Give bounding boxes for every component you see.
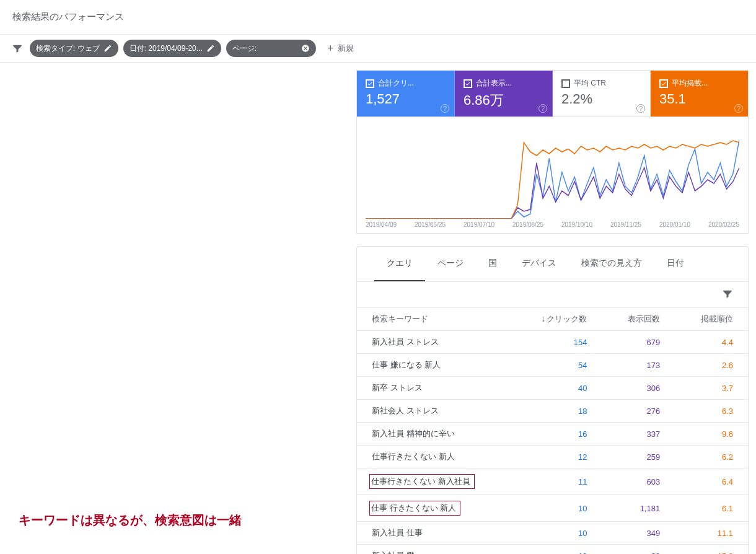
metric-value: 1,527 xyxy=(366,91,446,107)
chip-label: 日付: 2019/04/09-20... xyxy=(130,43,203,54)
cell-impressions: 679 xyxy=(602,331,675,354)
metric-card-blue[interactable]: 合計クリ...1,527? xyxy=(357,71,455,117)
cell-clicks: 11 xyxy=(513,468,602,495)
checkbox-icon[interactable] xyxy=(561,79,570,88)
cell-impressions: 337 xyxy=(602,423,675,446)
add-filter-label: 新規 xyxy=(338,43,354,54)
close-icon[interactable] xyxy=(301,44,310,53)
cell-position: 6.3 xyxy=(675,400,748,423)
cell-keyword: 新入社員 鬱 xyxy=(357,545,513,555)
help-icon[interactable]: ? xyxy=(734,104,743,113)
filter-chip-page[interactable]: ページ: xyxy=(226,40,316,57)
table-row[interactable]: 新卒 ストレス403063.7 xyxy=(357,377,748,400)
cell-position: 3.7 xyxy=(675,377,748,400)
chip-label: 検索タイプ: ウェブ xyxy=(36,43,100,54)
x-tick: 2019/04/09 xyxy=(366,221,397,228)
cell-clicks: 10 xyxy=(513,522,602,545)
pencil-icon[interactable] xyxy=(206,44,215,53)
cell-impressions: 259 xyxy=(602,446,675,468)
filter-chip-date[interactable]: 日付: 2019/04/09-20... xyxy=(123,40,221,57)
query-table-card: クエリページ国デバイス検索での見え方日付 検索キーワード↓クリック数表示回数掲載… xyxy=(356,246,749,554)
page-title: 検索結果のパフォーマンス xyxy=(0,0,756,35)
cell-keyword: 新入社員 ストレス xyxy=(357,331,513,354)
tabs: クエリページ国デバイス検索での見え方日付 xyxy=(357,247,748,282)
tab-3[interactable]: デバイス xyxy=(509,247,569,281)
help-icon[interactable]: ? xyxy=(538,104,547,113)
metric-card-white[interactable]: 平均 CTR2.2%? xyxy=(553,71,651,117)
metric-card-purple[interactable]: 合計表示...6.86万? xyxy=(455,71,553,117)
cell-keyword: 仕事 嫌になる 新人 xyxy=(357,354,513,377)
x-tick: 2019/10/10 xyxy=(561,221,592,228)
table-row[interactable]: 仕事行きたくない 新入社員116036.4 xyxy=(357,468,748,495)
metric-label: 平均 CTR xyxy=(574,78,606,89)
cell-keyword: 仕事 行きたくない 新人 xyxy=(357,495,513,522)
cell-clicks: 10 xyxy=(513,495,602,522)
table-row[interactable]: 新入社員 ストレス1546794.4 xyxy=(357,331,748,354)
chip-label: ページ: xyxy=(232,43,257,54)
table-row[interactable]: 新入社員 精神的に辛い163379.6 xyxy=(357,423,748,446)
col-header[interactable]: 表示回数 xyxy=(602,308,675,331)
cell-position: 4.4 xyxy=(675,331,748,354)
cell-impressions: 349 xyxy=(602,522,675,545)
table-row[interactable]: 新入社員 仕事1034911.1 xyxy=(357,522,748,545)
x-tick: 2019/11/25 xyxy=(610,221,641,228)
cell-position: 6.4 xyxy=(675,468,748,495)
checkbox-icon[interactable] xyxy=(366,79,374,88)
query-table: 検索キーワード↓クリック数表示回数掲載順位 新入社員 ストレス1546794.4… xyxy=(357,308,748,554)
table-row[interactable]: 新入社員 鬱106215.9 xyxy=(357,545,748,555)
table-row[interactable]: 新社会人 ストレス182766.3 xyxy=(357,400,748,423)
tab-2[interactable]: 国 xyxy=(476,247,509,281)
help-icon[interactable]: ? xyxy=(441,104,449,113)
x-tick: 2019/08/25 xyxy=(512,221,543,228)
table-row[interactable]: 仕事行きたくない 新人122596.2 xyxy=(357,446,748,468)
tab-1[interactable]: ページ xyxy=(425,247,476,281)
cell-position: 11.1 xyxy=(675,522,748,545)
cell-clicks: 54 xyxy=(513,354,602,377)
filter-icon[interactable] xyxy=(10,41,25,56)
col-header[interactable]: 検索キーワード xyxy=(357,308,513,331)
metric-value: 35.1 xyxy=(659,91,739,107)
metric-cards: 合計クリ...1,527?合計表示...6.86万?平均 CTR2.2%?平均掲… xyxy=(356,70,749,117)
metric-label: 合計表示... xyxy=(476,78,512,89)
table-filter-row xyxy=(357,282,748,308)
table-row[interactable]: 仕事 嫌になる 新人541732.6 xyxy=(357,354,748,377)
tab-5[interactable]: 日付 xyxy=(654,247,697,281)
cell-clicks: 12 xyxy=(513,446,602,468)
metric-value: 2.2% xyxy=(561,91,641,107)
x-tick: 2020/02/25 xyxy=(708,221,739,228)
add-filter-button[interactable]: + 新規 xyxy=(321,43,360,54)
plus-icon: + xyxy=(327,43,334,54)
cell-keyword: 新卒 ストレス xyxy=(357,377,513,400)
sort-arrow-icon: ↓ xyxy=(541,314,545,323)
cell-impressions: 306 xyxy=(602,377,675,400)
cell-impressions: 276 xyxy=(602,400,675,423)
tab-0[interactable]: クエリ xyxy=(374,247,425,281)
filter-bar: 検索タイプ: ウェブ 日付: 2019/04/09-20... ページ: + 新… xyxy=(0,35,756,63)
cell-clicks: 40 xyxy=(513,377,602,400)
cell-position: 6.2 xyxy=(675,446,748,468)
filter-chip-search-type[interactable]: 検索タイプ: ウェブ xyxy=(30,40,118,57)
table-row[interactable]: 仕事 行きたくない 新人101,1816.1 xyxy=(357,495,748,522)
cell-impressions: 62 xyxy=(602,545,675,555)
metric-label: 合計クリ... xyxy=(378,78,414,89)
cell-impressions: 1,181 xyxy=(602,495,675,522)
cell-keyword: 新社会人 ストレス xyxy=(357,400,513,423)
col-header[interactable]: 掲載順位 xyxy=(675,308,748,331)
cell-impressions: 173 xyxy=(602,354,675,377)
performance-chart xyxy=(366,126,739,219)
cell-keyword: 新入社員 精神的に辛い xyxy=(357,423,513,446)
col-header[interactable]: ↓クリック数 xyxy=(513,308,602,331)
help-icon[interactable]: ? xyxy=(636,104,645,113)
checkbox-icon[interactable] xyxy=(659,79,668,88)
x-tick: 2019/07/10 xyxy=(464,221,494,228)
cell-keyword: 新入社員 仕事 xyxy=(357,522,513,545)
cell-clicks: 18 xyxy=(513,400,602,423)
tab-4[interactable]: 検索での見え方 xyxy=(569,247,654,281)
checkbox-icon[interactable] xyxy=(464,79,472,88)
filter-icon[interactable] xyxy=(722,288,733,301)
pencil-icon[interactable] xyxy=(103,44,112,53)
metric-card-orange[interactable]: 平均掲載...35.1? xyxy=(651,71,748,117)
cell-position: 9.6 xyxy=(675,423,748,446)
annotation-text: キーワードは異なるが、検索意図は一緒 xyxy=(19,512,242,529)
cell-position: 6.1 xyxy=(675,495,748,522)
